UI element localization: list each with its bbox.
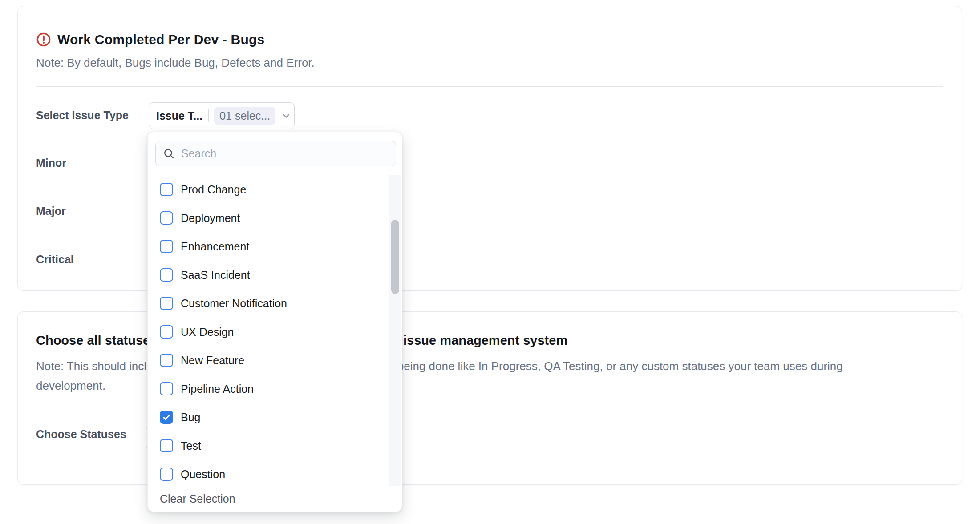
checkbox-icon[interactable] — [160, 240, 173, 253]
search-box — [155, 141, 396, 166]
card-note: Note: By default, Bugs include Bug, Defe… — [36, 56, 315, 70]
vertical-separator — [208, 109, 209, 122]
issue-type-option[interactable]: UX Design — [148, 318, 402, 346]
checkbox-icon[interactable] — [160, 325, 173, 339]
card-header: Work Completed Per Dev - Bugs — [36, 32, 264, 47]
search-input[interactable] — [181, 147, 389, 160]
dropdown-footer: Clear Selection — [148, 486, 402, 512]
settings-page: Work Completed Per Dev - Bugs Note: By d… — [0, 0, 980, 524]
issue-type-option[interactable]: Customer Notification — [148, 289, 402, 318]
checkbox-icon[interactable] — [160, 268, 173, 282]
severity-label-major: Major — [36, 205, 66, 218]
issue-type-option[interactable]: Pipeline Action — [148, 375, 402, 403]
checkbox-icon[interactable] — [160, 211, 173, 225]
issue-type-option[interactable]: Deployment — [148, 204, 402, 232]
checkbox-icon[interactable] — [160, 354, 173, 367]
checkbox-icon[interactable] — [160, 297, 173, 310]
note-line-2: development. — [36, 379, 105, 392]
issue-type-option-label: Enhancement — [181, 240, 249, 253]
issue-type-list: Prod ChangeDeploymentEnhancementSaaS Inc… — [148, 175, 402, 486]
issue-type-option[interactable]: Prod Change — [148, 175, 402, 204]
chevron-down-icon — [281, 110, 292, 121]
checkbox-icon[interactable] — [160, 468, 173, 481]
issue-type-option[interactable]: New Feature — [148, 346, 402, 375]
issue-type-option-label: Question — [181, 468, 225, 481]
issue-type-option[interactable]: Bug — [148, 403, 402, 431]
severity-label-critical: Critical — [36, 253, 74, 266]
issue-type-option-label: Bug — [181, 411, 200, 424]
issue-type-option-label: Deployment — [181, 212, 240, 225]
issue-type-option[interactable]: Enhancement — [148, 232, 402, 261]
divider — [36, 86, 943, 87]
selected-count-badge: 01 selec... — [214, 107, 275, 125]
issue-type-option-label: Customer Notification — [181, 297, 287, 310]
scrollbar-track[interactable] — [389, 175, 401, 487]
checkbox-icon[interactable] — [160, 439, 173, 452]
issue-type-option-label: Prod Change — [181, 183, 246, 196]
issue-type-option[interactable]: SaaS Incident — [148, 261, 402, 289]
scrollbar-thumb[interactable] — [391, 220, 399, 294]
issue-type-dropdown-button[interactable]: Issue T... 01 selec... — [149, 102, 295, 129]
issue-type-option-label: UX Design — [181, 326, 234, 339]
checkbox-icon[interactable] — [160, 183, 173, 196]
page-title: Work Completed Per Dev - Bugs — [57, 32, 264, 47]
choose-statuses-label: Choose Statuses — [36, 428, 126, 441]
dropdown-button-label: Issue T... — [156, 109, 202, 122]
clear-selection-button[interactable]: Clear Selection — [160, 492, 235, 505]
issue-type-option[interactable]: Question — [148, 460, 402, 486]
search-icon — [163, 148, 175, 160]
issue-type-option-label: Test — [181, 439, 201, 452]
issue-type-option-label: SaaS Incident — [181, 269, 250, 282]
issue-type-option-label: New Feature — [181, 354, 244, 367]
issue-type-option[interactable]: Test — [148, 431, 402, 460]
checkbox-icon[interactable] — [160, 382, 173, 395]
alert-circle-icon — [36, 32, 51, 47]
issue-type-dropdown-panel: Prod ChangeDeploymentEnhancementSaaS Inc… — [147, 132, 402, 512]
severity-label-minor: Minor — [36, 157, 66, 169]
checkbox-checked-icon[interactable] — [160, 411, 173, 424]
select-issue-type-label: Select Issue Type — [36, 109, 129, 122]
issue-type-option-label: Pipeline Action — [181, 383, 254, 395]
